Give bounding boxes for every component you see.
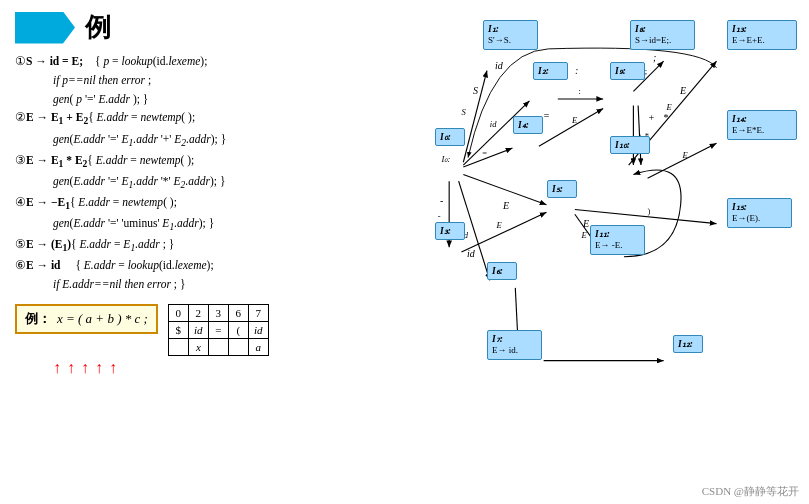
rule4-line2: gen(E.addr '=' 'uminus' E1.addr); } [53, 215, 425, 235]
table-cell-x: x [188, 339, 208, 356]
svg-text:id: id [490, 119, 497, 129]
svg-line-25 [648, 143, 717, 178]
example-expr: x = ( a + b ) * c ; [57, 311, 148, 327]
svg-text:E: E [580, 230, 587, 240]
label-E2: E [583, 218, 589, 229]
rule2-line2: gen(E.addr '=' E1.addr '+' E2.addr); } [53, 131, 425, 151]
arrow-row: ↑ ↑ ↑ ↑ ↑ [53, 359, 425, 377]
label-S: S [473, 85, 478, 96]
main-container: 例 ①S → id = E; { p = lookup(id.lexeme); … [0, 0, 809, 504]
svg-text:E: E [682, 150, 689, 160]
table-cell-empty3 [228, 339, 248, 356]
state-I13: I₁₃: E→E+E. [727, 20, 797, 50]
diagram-area: S id - = id : E [435, 10, 794, 494]
rule2-line1: ②E → E1 + E2{ E.addr = newtemp( ); [15, 109, 425, 129]
table-header-row: 0 2 3 6 7 [168, 305, 268, 322]
svg-line-8 [463, 148, 512, 167]
table-cell-a: a [248, 339, 268, 356]
svg-line-29 [575, 209, 717, 223]
rule1-line3: gen( p '=' E.addr ); } [53, 91, 425, 109]
svg-text:S: S [461, 107, 466, 117]
arrow-4: ↑ [95, 359, 103, 377]
token-table-container: 0 2 3 6 7 $ id = ( id x [168, 304, 269, 356]
rule3-line2: gen(E.addr '=' E1.addr '*' E2.addr); } [53, 173, 425, 193]
table-header-3: 3 [208, 305, 228, 322]
state-I8: I₈: S→id=E;. [630, 20, 695, 50]
state-I3: I₃: [435, 222, 465, 240]
state-I2: I₂: [533, 62, 568, 80]
token-table: 0 2 3 6 7 $ id = ( id x [168, 304, 269, 356]
title-row: 例 [15, 10, 425, 45]
table-row-2: x a [168, 339, 268, 356]
svg-text:E: E [495, 220, 502, 230]
example-label: 例： [25, 310, 51, 328]
table-cell-lparen: ( [228, 322, 248, 339]
table-cell-empty1 [168, 339, 188, 356]
table-cell-empty2 [208, 339, 228, 356]
arrow-2: ↑ [67, 359, 75, 377]
arrow-5: ↑ [109, 359, 117, 377]
svg-text:E: E [571, 115, 578, 125]
label-id2: id [467, 248, 475, 259]
label-star: * [663, 112, 668, 123]
state-I10: I₁₀: [610, 136, 650, 154]
table-header-7: 7 [248, 305, 268, 322]
state-I4: I₄: [513, 116, 543, 134]
svg-text:): ) [648, 206, 651, 216]
right-panel: S id - = id : E [435, 10, 794, 494]
rule3-line1: ③E → E1 * E2{ E.addr = newtemp( ); [15, 152, 425, 172]
state-I12: I₁₂: [673, 335, 703, 353]
watermark: CSDN @静静等花开 [702, 484, 799, 499]
table-header-0: 0 [168, 305, 188, 322]
rule6-line2: if E.addr==nil then error ; } [53, 276, 425, 294]
label-semicolon: ; [653, 52, 656, 63]
table-header-2: 2 [188, 305, 208, 322]
svg-text:I₀:: I₀: [441, 154, 451, 164]
left-panel: 例 ①S → id = E; { p = lookup(id.lexeme); … [15, 10, 435, 494]
example-box: 例： x = ( a + b ) * c ; [15, 304, 158, 334]
state-I14: I₁₄: E→E*E. [727, 110, 797, 140]
arrow-3: ↑ [81, 359, 89, 377]
label-eq: = [543, 110, 550, 121]
rule1-line1: ①S → id = E; { p = lookup(id.lexeme); [15, 53, 425, 71]
svg-text:-: - [438, 211, 441, 221]
svg-text:;: ; [645, 66, 647, 76]
state-I6: I₆: [487, 262, 517, 280]
state-I1: I₁: S'→S. [483, 20, 538, 50]
state-I0: I₀: [435, 128, 465, 146]
label-minus1: - [440, 195, 443, 206]
rule5-line1: ⑤E → (E1){ E.addr = E1.addr ; } [15, 236, 425, 256]
rule1-line2: if p==nil then error ; [53, 72, 425, 90]
arrow-1: ↑ [53, 359, 61, 377]
label-E3: E [680, 85, 686, 96]
table-cell-eq: = [208, 322, 228, 339]
table-cell-id2: id [248, 322, 268, 339]
table-row-1: $ id = ( id [168, 322, 268, 339]
rule4-line1: ④E → −E1{ E.addr = newtemp( ); [15, 194, 425, 214]
label-id1: id [495, 60, 503, 71]
table-cell-dollar: $ [168, 322, 188, 339]
title-arrow-icon [15, 12, 75, 44]
example-section: 例： x = ( a + b ) * c ; 0 2 3 6 7 $ id [15, 304, 425, 356]
table-header-6: 6 [228, 305, 248, 322]
state-I5: I₅: [547, 180, 577, 198]
svg-line-31 [461, 212, 546, 252]
svg-text:E: E [665, 102, 672, 112]
state-I7: I₇: E→ id. [487, 330, 542, 360]
label-plus: + [648, 112, 655, 123]
state-I11: I₁₁: E→ -E. [590, 225, 645, 255]
svg-text:=: = [482, 148, 487, 158]
label-E1: E [503, 200, 509, 211]
svg-text::: : [579, 86, 581, 96]
code-block: ①S → id = E; { p = lookup(id.lexeme); if… [15, 53, 425, 294]
state-I15: I₁₅: E→(E). [727, 198, 792, 228]
label-colon: : [575, 65, 578, 76]
state-I9: I₉: [610, 62, 645, 80]
table-cell-id: id [188, 322, 208, 339]
title-text: 例 [85, 10, 111, 45]
rule6-line1: ⑥E → id { E.addr = lookup(id.lexeme); [15, 257, 425, 275]
